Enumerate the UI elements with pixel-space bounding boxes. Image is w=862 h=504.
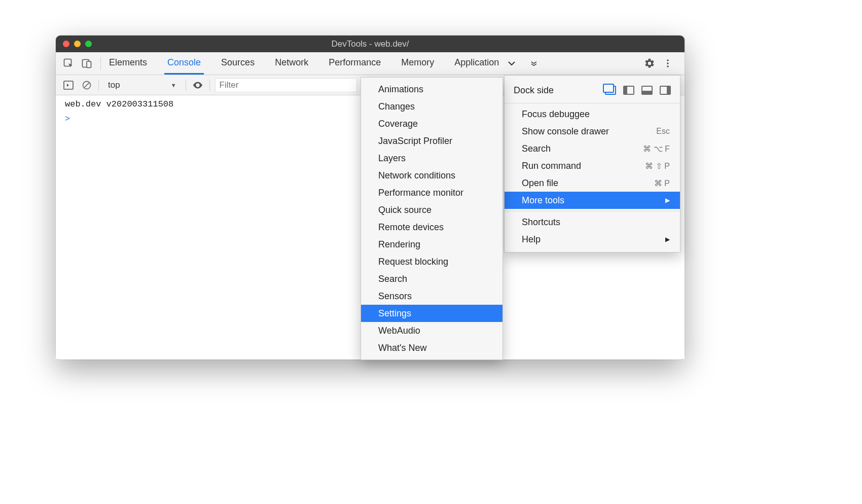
dock-right-icon[interactable] bbox=[660, 86, 671, 95]
submenu-item-coverage[interactable]: Coverage bbox=[361, 115, 502, 132]
svg-line-8 bbox=[84, 82, 89, 87]
execution-context-select[interactable]: top ▼ bbox=[104, 80, 181, 90]
main-menu: Dock side Focus debuggeeShow console dra… bbox=[504, 75, 680, 253]
menu-item-label: Focus debuggee bbox=[522, 109, 590, 120]
console-filter-input[interactable] bbox=[215, 78, 357, 92]
submenu-arrow-icon: ▶ bbox=[665, 197, 670, 204]
menu-item-shortcut: ⌘ P bbox=[654, 178, 670, 188]
submenu-item-remote-devices[interactable]: Remote devices bbox=[361, 219, 502, 236]
dock-side-row: Dock side bbox=[505, 80, 680, 101]
submenu-item-settings[interactable]: Settings bbox=[361, 305, 502, 322]
chevron-down-icon: ▼ bbox=[171, 82, 176, 88]
tab-application[interactable]: Application bbox=[451, 52, 502, 75]
menu-item-shortcuts[interactable]: Shortcuts bbox=[505, 213, 680, 231]
dock-undock-icon[interactable] bbox=[605, 86, 616, 95]
tab-sources[interactable]: Sources bbox=[218, 52, 258, 75]
menu-item-label: Search bbox=[522, 143, 551, 154]
submenu-item-network-conditions[interactable]: Network conditions bbox=[361, 167, 502, 184]
submenu-item-what-s-new[interactable]: What's New bbox=[361, 339, 502, 356]
svg-point-5 bbox=[667, 65, 669, 67]
menu-item-label: Help bbox=[522, 234, 541, 245]
minimize-window-button[interactable] bbox=[74, 41, 81, 47]
menu-item-help[interactable]: Help▶ bbox=[505, 231, 680, 248]
tab-memory[interactable]: Memory bbox=[398, 52, 437, 75]
overflow-tabs-icon[interactable]: « bbox=[526, 61, 541, 66]
toggle-device-toolbar-icon[interactable] bbox=[79, 56, 94, 71]
more-tools-submenu: AnimationsChangesCoverageJavaScript Prof… bbox=[361, 77, 503, 360]
devtools-window: DevTools - web.dev/ ElementsConsoleSourc… bbox=[56, 35, 685, 359]
tab-performance[interactable]: Performance bbox=[326, 52, 384, 75]
menu-item-focus-debuggee[interactable]: Focus debuggee bbox=[505, 105, 680, 123]
tab-console[interactable]: Console bbox=[164, 52, 204, 75]
menu-item-shortcut: ⌘ ⇧ P bbox=[645, 161, 670, 171]
submenu-item-rendering[interactable]: Rendering bbox=[361, 236, 502, 253]
submenu-item-performance-monitor[interactable]: Performance monitor bbox=[361, 184, 502, 201]
console-sidebar-toggle-icon[interactable] bbox=[62, 79, 75, 92]
context-label: top bbox=[108, 80, 120, 90]
svg-rect-2 bbox=[87, 61, 91, 68]
menu-item-label: Show console drawer bbox=[522, 126, 609, 137]
main-tabbar: ElementsConsoleSourcesNetworkPerformance… bbox=[56, 52, 685, 75]
submenu-arrow-icon: ▶ bbox=[665, 236, 670, 243]
clear-console-icon[interactable] bbox=[80, 79, 93, 92]
submenu-item-search[interactable]: Search bbox=[361, 270, 502, 287]
tab-elements[interactable]: Elements bbox=[106, 52, 150, 75]
svg-point-4 bbox=[667, 62, 669, 64]
divider bbox=[100, 57, 101, 70]
submenu-item-layers[interactable]: Layers bbox=[361, 150, 502, 167]
menu-separator bbox=[505, 211, 680, 211]
window-title: DevTools - web.dev/ bbox=[56, 39, 685, 49]
menu-item-open-file[interactable]: Open file⌘ P bbox=[505, 174, 680, 192]
settings-gear-icon[interactable] bbox=[642, 56, 657, 71]
more-tabs-button[interactable] bbox=[507, 59, 516, 68]
live-expression-eye-icon[interactable] bbox=[191, 79, 204, 92]
traffic-lights bbox=[56, 41, 92, 47]
submenu-item-quick-source[interactable]: Quick source bbox=[361, 201, 502, 219]
titlebar: DevTools - web.dev/ bbox=[56, 35, 685, 52]
kebab-menu-icon[interactable] bbox=[660, 56, 675, 71]
submenu-item-webaudio[interactable]: WebAudio bbox=[361, 322, 502, 339]
panel-tabs: ElementsConsoleSourcesNetworkPerformance… bbox=[106, 52, 502, 75]
tab-network[interactable]: Network bbox=[272, 52, 311, 75]
divider bbox=[186, 80, 186, 91]
menu-item-label: Open file bbox=[522, 178, 558, 189]
dock-left-icon[interactable] bbox=[623, 86, 634, 95]
submenu-item-sensors[interactable]: Sensors bbox=[361, 287, 502, 305]
submenu-item-animations[interactable]: Animations bbox=[361, 81, 502, 98]
menu-item-label: Shortcuts bbox=[522, 217, 560, 228]
menu-separator bbox=[505, 103, 680, 103]
zoom-window-button[interactable] bbox=[85, 41, 92, 47]
menu-item-more-tools[interactable]: More tools▶ bbox=[505, 192, 680, 209]
dock-bottom-icon[interactable] bbox=[641, 86, 653, 95]
svg-point-3 bbox=[667, 59, 669, 61]
svg-point-9 bbox=[197, 84, 199, 86]
submenu-item-changes[interactable]: Changes bbox=[361, 98, 502, 115]
menu-item-run-command[interactable]: Run command⌘ ⇧ P bbox=[505, 157, 680, 174]
menu-item-show-console-drawer[interactable]: Show console drawerEsc bbox=[505, 123, 680, 140]
close-window-button[interactable] bbox=[63, 41, 69, 47]
divider bbox=[209, 80, 210, 91]
inspect-element-icon[interactable] bbox=[61, 56, 76, 71]
submenu-item-request-blocking[interactable]: Request blocking bbox=[361, 253, 502, 270]
dock-side-label: Dock side bbox=[514, 85, 554, 96]
menu-item-search[interactable]: Search⌘ ⌥ F bbox=[505, 140, 680, 157]
menu-item-label: Run command bbox=[522, 161, 581, 171]
divider bbox=[98, 80, 99, 91]
submenu-item-javascript-profiler[interactable]: JavaScript Profiler bbox=[361, 132, 502, 150]
menu-item-label: More tools bbox=[522, 195, 564, 206]
menu-item-shortcut: Esc bbox=[656, 127, 670, 136]
menu-item-shortcut: ⌘ ⌥ F bbox=[643, 144, 670, 154]
